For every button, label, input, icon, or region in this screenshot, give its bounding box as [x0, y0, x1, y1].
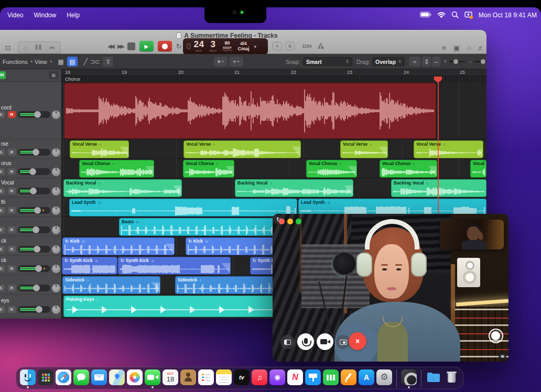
region-pulsing-keys[interactable]: Pulsing Keys○	[63, 296, 304, 317]
track-header[interactable]: cordSR	[0, 82, 61, 139]
grid-view-icon[interactable]: ▦	[56, 57, 66, 67]
pan-knob[interactable]	[52, 265, 60, 273]
region-vocal-chorus[interactable]: Vocal Chorus○	[380, 160, 437, 178]
list-editors-icon[interactable]: ≡	[439, 42, 449, 53]
record-enable-button[interactable]: R	[8, 246, 16, 253]
region-lead-synth[interactable]: Lead Synth○○	[69, 199, 297, 216]
play-button[interactable]: ▶	[139, 41, 154, 51]
snip-tool-icon[interactable]: ✂	[103, 57, 113, 67]
ruler[interactable]: 1819202122232425	[62, 69, 486, 76]
note-pads-icon[interactable]: ▣	[452, 42, 461, 53]
region-vocal-chorus[interactable]: Vocal Chorus○	[470, 160, 486, 178]
mail-icon[interactable]	[91, 369, 107, 385]
photos-icon[interactable]	[127, 369, 143, 385]
marker-chorus[interactable]: Chorus	[65, 77, 80, 82]
pan-knob[interactable]	[52, 111, 60, 119]
track-header[interactable]: SR	[0, 275, 61, 295]
solo-button[interactable]: S	[0, 111, 5, 118]
calendar-icon[interactable]: OCT18	[163, 369, 178, 385]
automation-icon[interactable]: ╱	[80, 57, 91, 67]
record-enable-button[interactable]: R	[8, 207, 16, 214]
sidebar-button[interactable]	[280, 335, 295, 349]
menu-help[interactable]: Help	[61, 12, 85, 19]
volume-thumb[interactable]	[34, 207, 41, 214]
solo-button[interactable]: S	[0, 306, 5, 313]
downloads-icon[interactable]: ↓	[426, 369, 441, 385]
track-header[interactable]: SR	[0, 217, 61, 236]
keynote-icon[interactable]	[305, 369, 321, 385]
menu-window[interactable]: Window	[28, 12, 61, 19]
volume-slider[interactable]	[18, 111, 50, 118]
volume-slider[interactable]	[18, 306, 50, 313]
volume-thumb[interactable]	[34, 111, 41, 118]
tv-icon[interactable]: tv	[234, 369, 250, 385]
volume-slider[interactable]	[18, 207, 50, 214]
pan-knob[interactable]	[52, 148, 60, 157]
cancel-recording-button[interactable]: ×	[273, 42, 282, 50]
volume-slider[interactable]	[18, 285, 50, 291]
appstore-icon[interactable]: A	[359, 369, 374, 385]
notes-icon[interactable]	[216, 369, 232, 385]
volume-thumb[interactable]	[34, 246, 40, 253]
music-icon[interactable]: ♫	[252, 369, 267, 385]
header-badge[interactable]: H	[0, 71, 6, 79]
record-button[interactable]	[158, 41, 172, 51]
volume-slider[interactable]	[18, 265, 50, 272]
safari-icon[interactable]	[56, 369, 71, 385]
region-vocal-chorus[interactable]: Vocal Chorus○	[79, 160, 154, 178]
contacts-icon[interactable]	[180, 369, 196, 385]
solo-button[interactable]: S	[0, 168, 5, 175]
volume-thumb[interactable]	[29, 168, 36, 175]
track-header[interactable]: ckSR	[0, 236, 61, 256]
region-chorus-audio[interactable]	[64, 83, 436, 139]
pip-layout-icon[interactable]: ▣	[499, 353, 506, 360]
finder-icon[interactable]	[20, 369, 36, 385]
region-synth-kick[interactable]: ↻Synth Kick○○	[118, 257, 231, 275]
list-view-icon[interactable]: ▤	[67, 57, 78, 67]
region-vocal-verse[interactable]: Vocal Verse○	[70, 140, 129, 158]
snap-select[interactable]: Smart⇕	[303, 57, 352, 66]
scissors-icon[interactable]: ✂	[49, 44, 55, 52]
self-view-pip[interactable]	[440, 220, 504, 249]
drag-select[interactable]: Overlap⇕	[372, 57, 405, 66]
solo-button[interactable]: S	[0, 265, 5, 272]
horizontal-zoom-slider[interactable]: ↔	[468, 59, 486, 64]
settings-icon[interactable]: ⚙	[376, 369, 392, 385]
podcasts-icon[interactable]: ◉	[269, 369, 285, 385]
crossfade-icon[interactable]: ⊃⊂	[90, 57, 100, 67]
pan-knob[interactable]	[52, 245, 60, 254]
messages-icon[interactable]	[73, 369, 89, 385]
waveform-zoom-icon[interactable]: ≈	[409, 57, 420, 67]
rewind-button[interactable]: ◀◀	[107, 43, 113, 50]
volume-thumb[interactable]	[33, 149, 39, 156]
cycle-button[interactable]: ↻	[176, 41, 182, 51]
pan-knob[interactable]	[52, 284, 60, 292]
solo-button[interactable]: S	[0, 188, 5, 194]
pan-knob[interactable]	[52, 206, 60, 215]
trash-icon[interactable]	[443, 369, 459, 385]
region-vocal-verse[interactable]: Vocal Verse○	[340, 140, 388, 158]
record-enable-button[interactable]: R	[8, 226, 16, 233]
lcd-chevron-icon[interactable]: ▾	[254, 44, 256, 49]
solo-button[interactable]: S	[285, 42, 295, 50]
count-in-button[interactable]: 1234	[302, 43, 311, 49]
vertical-zoom-slider[interactable]: ⇕	[443, 59, 465, 64]
pan-knob[interactable]	[52, 168, 60, 176]
track-header[interactable]: thSR	[0, 198, 61, 217]
pan-knob[interactable]	[52, 306, 60, 314]
facetime-icon[interactable]	[145, 369, 160, 385]
inspector-toggle-icon[interactable]: ⊡	[1, 42, 15, 53]
pan-knob[interactable]	[52, 187, 60, 195]
spotlight-icon[interactable]	[451, 11, 459, 20]
volume-slider[interactable]	[18, 168, 50, 175]
region-backing-vocal[interactable]: Backing Vocal○	[235, 179, 353, 197]
close-button[interactable]	[279, 219, 285, 224]
media-browser-icon[interactable]: ♬	[476, 42, 485, 53]
secondary-tool-menu[interactable]: +▼	[230, 57, 243, 67]
region-vocal-chorus[interactable]: Vocal Chorus○	[183, 160, 234, 178]
catch-playhead-button[interactable]: ⊞	[49, 71, 58, 79]
volume-thumb[interactable]	[33, 226, 39, 233]
record-enable-button[interactable]: R	[8, 111, 16, 118]
title-bar[interactable]: A Summertime Feeling - Tracks ⊡ ◌ ⦀⦀ ✂ ◀…	[0, 30, 486, 54]
region-sidestick[interactable]: Sidestick○	[62, 276, 160, 294]
